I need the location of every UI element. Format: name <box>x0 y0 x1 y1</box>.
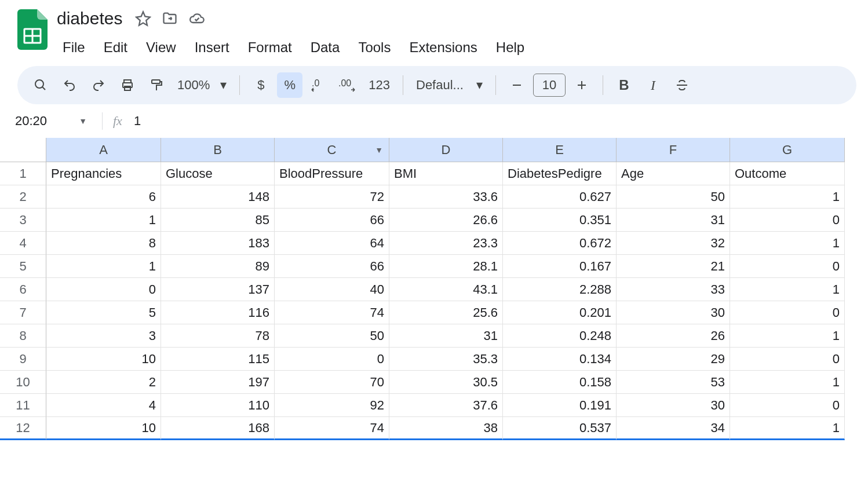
menu-file[interactable]: File <box>54 36 93 59</box>
cell[interactable]: 10 <box>46 417 161 440</box>
zoom-select[interactable]: 100% ▾ <box>173 72 231 98</box>
cell[interactable]: 34 <box>617 417 730 440</box>
cell[interactable]: 0.201 <box>503 301 617 324</box>
cell[interactable]: 23.3 <box>389 232 503 255</box>
cell[interactable]: DiabetesPedigre <box>503 162 617 185</box>
cell[interactable]: 0.537 <box>503 417 617 440</box>
cell[interactable]: 0 <box>730 301 845 324</box>
increase-decimal-icon[interactable]: .00 <box>335 72 360 98</box>
cell[interactable]: 10 <box>46 348 161 371</box>
cell[interactable]: 2.288 <box>503 278 617 301</box>
cell[interactable]: 0.672 <box>503 232 617 255</box>
move-folder-icon[interactable] <box>162 10 178 27</box>
cell[interactable]: 30 <box>617 394 730 417</box>
cell[interactable]: 50 <box>275 324 389 348</box>
cell[interactable]: 0 <box>275 348 389 371</box>
percent-button[interactable]: % <box>277 72 302 98</box>
cell[interactable]: 33.6 <box>389 185 503 209</box>
cell[interactable]: 35.3 <box>389 348 503 371</box>
cell[interactable]: 1 <box>730 371 845 394</box>
increase-font-icon[interactable] <box>569 72 595 98</box>
cell[interactable]: 0 <box>730 348 845 371</box>
cell[interactable]: 116 <box>161 301 275 324</box>
cell[interactable]: 2 <box>46 371 161 394</box>
row-header[interactable]: 10 <box>0 371 46 394</box>
cell[interactable]: 137 <box>161 278 275 301</box>
col-header-g[interactable]: G <box>730 138 845 162</box>
col-header-f[interactable]: F <box>617 138 730 162</box>
italic-button[interactable]: I <box>640 72 666 98</box>
cell[interactable]: 26.6 <box>389 209 503 232</box>
cell[interactable]: 110 <box>161 394 275 417</box>
cell[interactable]: 74 <box>275 417 389 440</box>
cell[interactable]: 29 <box>617 348 730 371</box>
cell[interactable]: 0.248 <box>503 324 617 348</box>
row-header[interactable]: 2 <box>0 185 46 209</box>
cell[interactable]: Age <box>617 162 730 185</box>
menu-edit[interactable]: Edit <box>96 36 136 59</box>
search-icon[interactable] <box>28 72 53 98</box>
cell[interactable]: 92 <box>275 394 389 417</box>
cell[interactable]: 6 <box>46 185 161 209</box>
cell[interactable]: 5 <box>46 301 161 324</box>
cell[interactable]: 1 <box>46 255 161 278</box>
cell[interactable]: 1 <box>46 209 161 232</box>
cell[interactable]: 1 <box>730 185 845 209</box>
sheets-logo[interactable] <box>17 9 48 50</box>
cell[interactable]: 168 <box>161 417 275 440</box>
cell[interactable]: 1 <box>730 278 845 301</box>
cell[interactable]: 1 <box>730 324 845 348</box>
col-header-a[interactable]: A <box>46 138 161 162</box>
cell[interactable]: 31 <box>617 209 730 232</box>
cell[interactable]: 53 <box>617 371 730 394</box>
menu-view[interactable]: View <box>138 36 184 59</box>
cell[interactable]: 0 <box>730 394 845 417</box>
number-format-button[interactable]: 123 <box>364 72 395 98</box>
cell[interactable]: Outcome <box>730 162 845 185</box>
cell[interactable]: 1 <box>730 232 845 255</box>
currency-button[interactable]: $ <box>248 72 273 98</box>
redo-icon[interactable] <box>86 72 111 98</box>
menu-insert[interactable]: Insert <box>187 36 238 59</box>
cell[interactable]: 0.134 <box>503 348 617 371</box>
cell[interactable]: 31 <box>389 324 503 348</box>
bold-button[interactable]: B <box>611 72 637 98</box>
menu-extensions[interactable]: Extensions <box>401 36 485 59</box>
cell[interactable]: 197 <box>161 371 275 394</box>
row-header[interactable]: 5 <box>0 255 46 278</box>
cell[interactable]: 0.191 <box>503 394 617 417</box>
col-header-b[interactable]: B <box>161 138 275 162</box>
row-header[interactable]: 6 <box>0 278 46 301</box>
cell[interactable]: Pregnancies <box>46 162 161 185</box>
cell[interactable]: 38 <box>389 417 503 440</box>
cell[interactable]: 0.158 <box>503 371 617 394</box>
cell[interactable]: BMI <box>389 162 503 185</box>
col-header-d[interactable]: D <box>389 138 503 162</box>
row-header[interactable]: 9 <box>0 348 46 371</box>
menu-help[interactable]: Help <box>488 36 533 59</box>
cell[interactable]: 74 <box>275 301 389 324</box>
col-header-c[interactable]: C▼ <box>275 138 389 162</box>
cell[interactable]: 33 <box>617 278 730 301</box>
cell[interactable]: 0 <box>730 255 845 278</box>
cell[interactable]: 8 <box>46 232 161 255</box>
cell[interactable]: 64 <box>275 232 389 255</box>
cloud-saved-icon[interactable] <box>188 10 206 27</box>
cell[interactable]: 21 <box>617 255 730 278</box>
chevron-down-icon[interactable]: ▼ <box>375 145 383 155</box>
row-header[interactable]: 7 <box>0 301 46 324</box>
cell[interactable]: 78 <box>161 324 275 348</box>
cell[interactable]: 148 <box>161 185 275 209</box>
cell[interactable]: 30 <box>617 301 730 324</box>
cell[interactable]: 0 <box>46 278 161 301</box>
cell[interactable]: 89 <box>161 255 275 278</box>
name-box[interactable]: 20:20 ▼ <box>10 111 92 131</box>
menu-format[interactable]: Format <box>240 36 300 59</box>
cell[interactable]: 72 <box>275 185 389 209</box>
cell[interactable]: 183 <box>161 232 275 255</box>
menu-tools[interactable]: Tools <box>350 36 399 59</box>
cell[interactable]: 37.6 <box>389 394 503 417</box>
cell[interactable]: 4 <box>46 394 161 417</box>
cell[interactable]: 43.1 <box>389 278 503 301</box>
row-header[interactable]: 4 <box>0 232 46 255</box>
